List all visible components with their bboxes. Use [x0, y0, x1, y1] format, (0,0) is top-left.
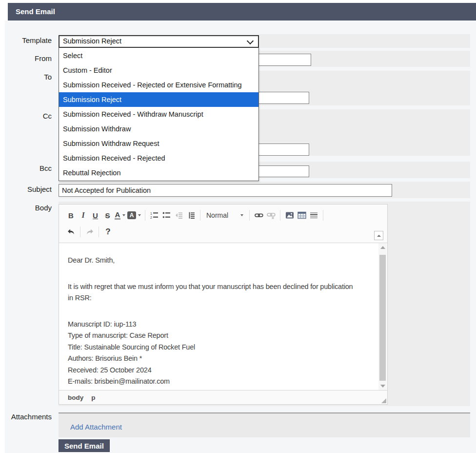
template-dropdown: Select Custom - Editor Submission Receiv…: [59, 47, 259, 181]
triangle-down-icon: [380, 385, 385, 388]
add-attachment-link[interactable]: Add Attachment: [70, 423, 122, 431]
path-element-p[interactable]: p: [91, 394, 95, 401]
dialog-titlebar: Send Email: [8, 3, 476, 21]
dropdown-option[interactable]: Submission Received - Withdraw Manuscrip…: [59, 107, 258, 122]
bold-button[interactable]: B: [65, 209, 77, 222]
dropdown-option[interactable]: Custom - Editor: [59, 63, 258, 78]
svg-text:2: 2: [150, 216, 152, 219]
body-text-line: [68, 267, 377, 281]
toolbar-row-2: ?: [65, 224, 383, 240]
bcc-label: Bcc: [0, 164, 52, 172]
background-color-icon: A: [127, 211, 136, 219]
subject-input[interactable]: [59, 184, 392, 197]
dropdown-option-selected[interactable]: Submission Reject: [59, 92, 258, 107]
paragraph-format-value: Normal: [206, 211, 228, 219]
toolbar-separator: [145, 210, 145, 221]
template-select[interactable]: Submission Reject: [59, 35, 259, 48]
increase-indent-icon: [187, 211, 195, 219]
path-element-body[interactable]: body: [68, 394, 83, 401]
toolbar-row-1: B I U S A A 1 2: [65, 207, 383, 224]
dropdown-option[interactable]: Select: [59, 48, 258, 63]
image-icon: [285, 211, 294, 219]
template-label: Template: [0, 36, 52, 44]
bulleted-list-icon: [162, 211, 171, 219]
body-text-line: Title: Sustainable Sourcing of Rocket Fu…: [68, 342, 377, 353]
body-text-line: It is with regret that we must inform yo…: [68, 281, 377, 293]
body-text-line: [68, 304, 377, 319]
template-select-value: Submission Reject: [63, 37, 121, 45]
image-button[interactable]: [283, 209, 296, 222]
attachments-area: Add Attachment: [59, 412, 470, 437]
decrease-indent-icon: [175, 211, 183, 219]
numbered-list-icon: 1 2: [150, 211, 159, 219]
to-label: To: [0, 73, 52, 81]
toolbar-separator: [323, 210, 323, 221]
increase-indent-button[interactable]: [185, 209, 197, 222]
dropdown-option[interactable]: Submission Withdraw Request: [59, 136, 258, 151]
decrease-indent-button[interactable]: [173, 209, 185, 222]
link-button[interactable]: [253, 209, 265, 222]
from-label: From: [0, 54, 52, 62]
editor-toolbar: B I U S A A 1 2: [59, 205, 387, 243]
send-email-button-label: Send Email: [64, 442, 104, 450]
horizontal-rule-icon: [310, 211, 318, 219]
redo-button[interactable]: [83, 226, 96, 238]
triangle-up-icon: [377, 235, 381, 237]
horizontal-rule-button[interactable]: [308, 209, 320, 222]
strikethrough-button[interactable]: S: [101, 209, 114, 222]
editor-path-bar: body p: [59, 390, 387, 404]
toolbar-separator: [80, 226, 80, 237]
toolbar-separator: [280, 210, 280, 221]
scroll-down-button[interactable]: [378, 382, 387, 390]
text-color-icon: A: [115, 211, 120, 220]
body-text-line: in RSR:: [68, 292, 377, 304]
editor-scrollbar[interactable]: [378, 243, 387, 390]
body-text-line: Manuscript ID: iup-113: [68, 319, 377, 330]
cc-label: Cc: [0, 112, 52, 120]
caret-down-icon: [122, 214, 125, 216]
toolbar-separator: [249, 210, 250, 221]
send-email-button[interactable]: Send Email: [59, 439, 110, 452]
dropdown-option[interactable]: Submission Received - Rejected or Extens…: [59, 78, 258, 92]
body-text-line: Dear Dr. Smith,: [68, 255, 377, 267]
body-label: Body: [0, 204, 52, 212]
link-icon: [255, 211, 263, 219]
body-text-line: Received: 25 October 2024: [68, 365, 377, 376]
text-color-button[interactable]: A: [114, 209, 126, 222]
toolbar-separator: [99, 226, 99, 237]
numbered-list-button[interactable]: 1 2: [148, 209, 160, 222]
dropdown-option[interactable]: Submission Withdraw: [59, 122, 258, 136]
undo-icon: [67, 228, 76, 236]
caret-down-icon: [138, 214, 141, 216]
body-text-line: Authors: Brisorius Bein *: [68, 353, 377, 365]
body-text-line: E-mails: brisbein@mailinator.com: [68, 376, 377, 388]
dropdown-option[interactable]: Rebuttal Rejection: [59, 165, 258, 180]
redo-icon: [85, 228, 94, 236]
table-icon: [298, 211, 306, 219]
scrollbar-thumb[interactable]: [379, 255, 386, 381]
undo-button[interactable]: [65, 226, 77, 238]
triangle-up-icon: [380, 246, 385, 249]
body-text-line: Type of manuscript: Case Report: [68, 330, 377, 342]
caret-down-icon: [240, 214, 243, 216]
attachments-label: Attachments: [0, 412, 52, 421]
unlink-button[interactable]: [265, 209, 277, 222]
subject-label: Subject: [0, 185, 52, 193]
about-button[interactable]: ?: [102, 226, 114, 238]
rich-text-editor: B I U S A A 1 2: [59, 204, 388, 405]
svg-text:1: 1: [150, 212, 152, 215]
page-title: Send Email: [16, 7, 55, 16]
resize-grip-icon[interactable]: [381, 398, 386, 403]
italic-button[interactable]: I: [77, 209, 89, 222]
background-color-button[interactable]: A: [126, 209, 142, 222]
underline-button[interactable]: U: [89, 209, 101, 222]
chevron-down-icon: [247, 38, 254, 44]
table-button[interactable]: [296, 209, 308, 222]
collapse-toolbar-button[interactable]: [374, 231, 383, 240]
scroll-up-button[interactable]: [378, 243, 387, 251]
bulleted-list-button[interactable]: [160, 209, 173, 222]
unlink-icon: [267, 211, 276, 219]
editor-content[interactable]: Dear Dr. Smith, It is with regret that w…: [60, 243, 378, 390]
dropdown-option[interactable]: Submission Received - Rejected: [59, 151, 258, 165]
paragraph-format-dropdown[interactable]: Normal: [203, 209, 246, 222]
